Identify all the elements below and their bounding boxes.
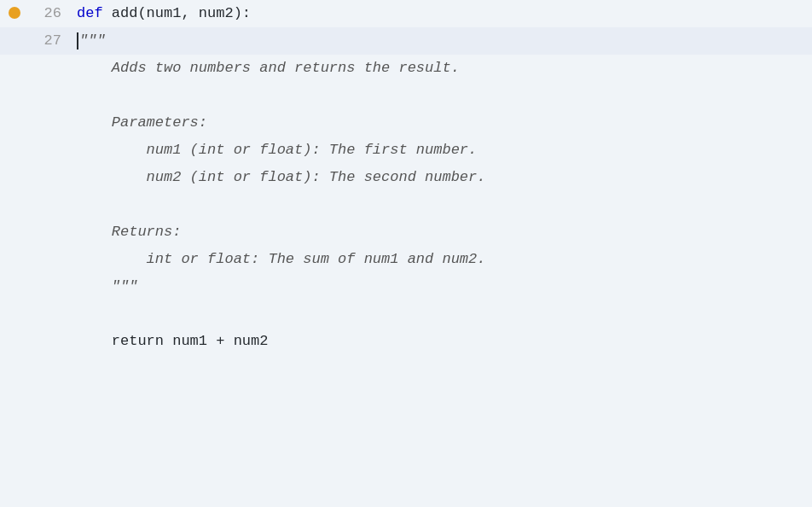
line-number-empty-11 — [0, 328, 77, 333]
docstring-returns-header: Returns: — [77, 224, 181, 240]
docstring-close: """ — [77, 278, 137, 294]
line-number-empty-6 — [0, 191, 77, 196]
keyword-def: def — [77, 5, 103, 21]
line-number-empty-1 — [0, 55, 77, 60]
line-content-returns: Returns: — [77, 219, 812, 242]
line-content-27: """ — [77, 27, 812, 51]
line-number-empty-3 — [0, 109, 77, 114]
line-content-parameters: Parameters: — [77, 109, 812, 132]
line-number-empty-9 — [0, 273, 77, 278]
docstring-param-num1: num1 (int or float): The first number. — [77, 142, 477, 158]
line-content-26: def add(num1, num2): — [77, 0, 812, 23]
code-line-docstring-close: """ — [0, 273, 812, 300]
editor-container: 26 def add(num1, num2): 27 """ Adds two … — [0, 0, 812, 507]
line-number-empty-2 — [0, 82, 77, 87]
docstring-parameters-header: Parameters: — [77, 114, 207, 131]
line-number-27: 27 — [0, 27, 77, 49]
docstring-open: """ — [79, 32, 106, 49]
docstring-return-desc: int or float: The sum of num1 and num2. — [77, 251, 485, 267]
code-line-docstring-1: Adds two numbers and returns the result. — [0, 55, 812, 82]
line-number-26: 26 — [0, 0, 77, 21]
line-content-empty-1 — [77, 82, 812, 89]
line-content-param-num1: num1 (int or float): The first number. — [77, 137, 812, 160]
code-line-parameters: Parameters: — [0, 109, 812, 137]
line-content-return-desc: int or float: The sum of num1 and num2. — [77, 246, 812, 269]
code-line-return-stmt[interactable]: return num1 + num2 — [0, 328, 812, 355]
code-line-returns: Returns: — [0, 219, 812, 246]
code-line-26[interactable]: 26 def add(num1, num2): — [0, 0, 812, 27]
text-cursor — [77, 32, 78, 50]
code-line-empty-1 — [0, 82, 812, 109]
code-line-param-num1: num1 (int or float): The first number. — [0, 137, 812, 164]
line-number-empty-10 — [0, 300, 77, 306]
docstring-param-num2: num2 (int or float): The second number. — [77, 169, 485, 185]
line-content-empty-2 — [77, 191, 812, 198]
line-number-empty-5 — [0, 164, 77, 169]
code-line-27[interactable]: 27 """ — [0, 27, 812, 55]
code-line-param-num2: num2 (int or float): The second number. — [0, 164, 812, 191]
code-line-empty-3 — [0, 300, 812, 328]
line-content-docstring-close: """ — [77, 273, 812, 296]
code-area[interactable]: 26 def add(num1, num2): 27 """ Adds two … — [0, 0, 812, 507]
line-content-return-stmt: return num1 + num2 — [77, 328, 812, 351]
line-content-docstring-1: Adds two numbers and returns the result. — [77, 55, 812, 78]
line-number-empty-8 — [0, 246, 77, 251]
breakpoint-icon[interactable] — [9, 7, 20, 19]
line-content-empty-3 — [77, 300, 812, 307]
docstring-text-1: Adds two numbers and returns the result. — [77, 60, 460, 76]
line-number-empty-7 — [0, 219, 77, 224]
code-line-empty-2 — [0, 191, 812, 219]
code-line-return-desc: int or float: The sum of num1 and num2. — [0, 246, 812, 273]
line-number-empty-4 — [0, 137, 77, 142]
line-content-param-num2: num2 (int or float): The second number. — [77, 164, 812, 187]
